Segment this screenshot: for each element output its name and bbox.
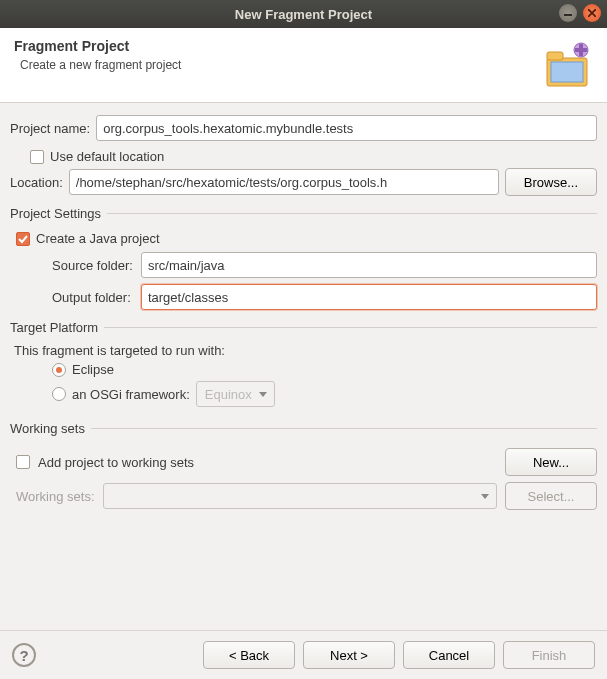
target-platform-legend: Target Platform: [10, 320, 104, 335]
eclipse-radio-label: Eclipse: [72, 362, 114, 377]
project-name-label: Project name:: [10, 121, 90, 136]
project-settings-group: Project Settings Create a Java project S…: [10, 206, 597, 310]
create-java-project-checkbox[interactable]: [16, 232, 30, 246]
osgi-radio[interactable]: [52, 387, 66, 401]
help-icon: ?: [19, 647, 28, 664]
working-sets-label: Working sets:: [16, 489, 95, 504]
add-to-working-sets-label: Add project to working sets: [38, 455, 497, 470]
checkmark-icon: [18, 234, 28, 244]
finish-button[interactable]: Finish: [503, 641, 595, 669]
output-folder-input[interactable]: [141, 284, 597, 310]
cancel-button[interactable]: Cancel: [403, 641, 495, 669]
select-working-set-button[interactable]: Select...: [505, 482, 597, 510]
location-input[interactable]: [69, 169, 499, 195]
svg-rect-5: [551, 62, 583, 82]
working-sets-legend: Working sets: [10, 421, 91, 436]
eclipse-radio[interactable]: [52, 363, 66, 377]
svg-rect-4: [547, 52, 563, 60]
close-icon: [588, 9, 596, 17]
osgi-framework-select[interactable]: Equinox: [196, 381, 275, 407]
output-folder-label: Output folder:: [52, 290, 133, 305]
project-name-input[interactable]: [96, 115, 597, 141]
project-settings-legend: Project Settings: [10, 206, 107, 221]
source-folder-label: Source folder:: [52, 258, 133, 273]
wizard-header: Fragment Project Create a new fragment p…: [0, 28, 607, 103]
location-label: Location:: [10, 175, 63, 190]
browse-button[interactable]: Browse...: [505, 168, 597, 196]
create-java-project-label: Create a Java project: [36, 231, 160, 246]
svg-rect-0: [564, 14, 572, 16]
add-to-working-sets-checkbox[interactable]: [16, 455, 30, 469]
titlebar: New Fragment Project: [0, 0, 607, 28]
working-sets-group: Working sets Add project to working sets…: [10, 421, 597, 516]
minimize-icon: [564, 9, 572, 17]
target-platform-description: This fragment is targeted to run with:: [14, 343, 597, 358]
minimize-button[interactable]: [559, 4, 577, 22]
osgi-radio-label: an OSGi framework:: [72, 387, 190, 402]
fragment-wizard-icon: [539, 38, 593, 92]
close-button[interactable]: [583, 4, 601, 22]
wizard-button-bar: ? < Back Next > Cancel Finish: [0, 630, 607, 679]
page-subtitle: Create a new fragment project: [20, 58, 539, 72]
help-button[interactable]: ?: [12, 643, 36, 667]
window-title: New Fragment Project: [235, 7, 372, 22]
svg-rect-8: [575, 48, 587, 52]
source-folder-input[interactable]: [141, 252, 597, 278]
page-title: Fragment Project: [14, 38, 539, 54]
next-button[interactable]: Next >: [303, 641, 395, 669]
back-button[interactable]: < Back: [203, 641, 295, 669]
working-sets-select[interactable]: [103, 483, 497, 509]
use-default-location-label: Use default location: [50, 149, 164, 164]
use-default-location-checkbox[interactable]: [30, 150, 44, 164]
new-working-set-button[interactable]: New...: [505, 448, 597, 476]
target-platform-group: Target Platform This fragment is targete…: [10, 320, 597, 411]
